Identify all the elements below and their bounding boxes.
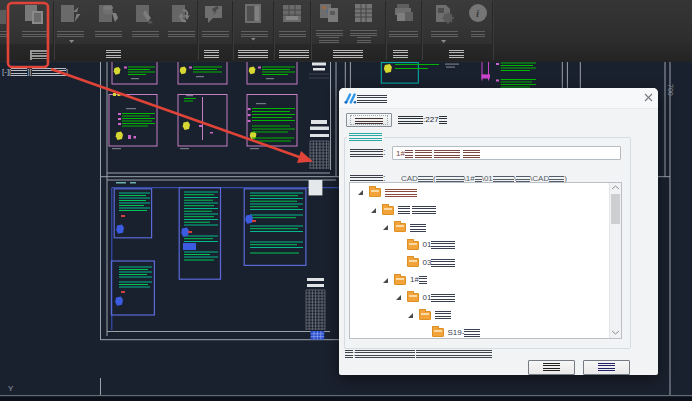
- svg-text:?: ?: [212, 8, 217, 17]
